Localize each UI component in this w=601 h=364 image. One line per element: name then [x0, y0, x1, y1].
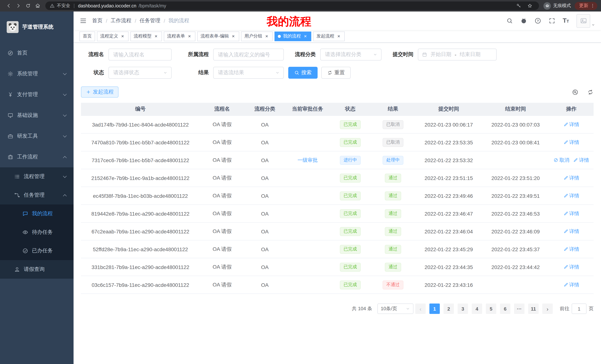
sidebar-item-9[interactable]: 待办任务: [0, 223, 74, 241]
status-tag: 已完成: [340, 227, 361, 236]
detail-link[interactable]: 详情: [563, 210, 579, 217]
sidebar-item-10[interactable]: 已办任务: [0, 241, 74, 260]
status-tag: 通过: [385, 209, 401, 218]
tags-view-item-2[interactable]: 流程模型×: [130, 31, 162, 41]
table-row: 52ffd28e-7b9a-11ec-a290-acde48001122OA 请…: [81, 240, 594, 258]
page-button-11[interactable]: 11: [528, 304, 539, 314]
cell-status: 已完成: [330, 240, 371, 258]
tags-view-item-6[interactable]: 我的流程×: [274, 31, 311, 41]
goto-page-input[interactable]: [572, 304, 587, 314]
breadcrumb-separator: /: [164, 18, 165, 24]
detail-link[interactable]: 详情: [563, 192, 579, 199]
tags-view-item-0[interactable]: 首页: [80, 31, 95, 41]
detail-link[interactable]: 详情: [563, 175, 579, 181]
bookmark-star-icon[interactable]: [525, 1, 534, 10]
cancel-link[interactable]: 取消: [553, 157, 570, 163]
fullscreen-icon[interactable]: [549, 18, 555, 24]
category-select[interactable]: 请选择流程分类: [320, 49, 381, 60]
detail-link[interactable]: 详情: [563, 228, 579, 235]
page-button-1[interactable]: 1: [429, 304, 440, 314]
tags-view-item-3[interactable]: 流程表单×: [164, 31, 195, 41]
detail-link[interactable]: 详情: [563, 121, 579, 128]
help-icon[interactable]: ?: [534, 18, 541, 24]
page-button-3[interactable]: 3: [458, 304, 468, 314]
close-icon[interactable]: ×: [303, 34, 308, 39]
sidebar-item-3[interactable]: 基础设施: [0, 105, 74, 126]
search-icon[interactable]: [506, 18, 513, 24]
sidebar-item-6[interactable]: 流程管理: [0, 167, 74, 186]
detail-link[interactable]: 详情: [563, 264, 579, 270]
avatar: [576, 14, 590, 28]
page-size-select[interactable]: 10条/页: [377, 304, 413, 314]
cell-current-task: [285, 223, 330, 240]
toggle-search-icon[interactable]: [572, 89, 578, 95]
tags-view-item-1[interactable]: 流程定义×: [97, 31, 129, 41]
status-select[interactable]: 请选择状态: [109, 67, 172, 79]
process-name-input[interactable]: [109, 49, 172, 60]
page-button-···[interactable]: ···: [514, 304, 524, 314]
detail-link[interactable]: 详情: [573, 157, 589, 163]
detail-link[interactable]: 详情: [563, 281, 579, 288]
screen: 不安全 dashboard.yudao.iocoder.cn/bpm/task/…: [0, 0, 601, 364]
breadcrumb-item[interactable]: 任务管理: [140, 18, 160, 24]
back-icon[interactable]: [4, 1, 13, 10]
breadcrumb-item[interactable]: 首页: [92, 18, 102, 24]
sidebar-item-7[interactable]: 任务管理: [0, 186, 74, 204]
sidebar-item-11[interactable]: 请假查询: [0, 260, 74, 279]
cell-result: 通过: [371, 223, 415, 240]
page-button-2[interactable]: 2: [443, 304, 454, 314]
app-logo[interactable]: 芋道管理系统: [0, 11, 74, 43]
detail-link[interactable]: 详情: [563, 246, 579, 252]
cell-status: 已完成: [330, 205, 371, 222]
browser-chrome: 不安全 dashboard.yudao.iocoder.cn/bpm/task/…: [0, 0, 601, 11]
task-link[interactable]: 一级审批: [298, 157, 318, 163]
page-button-6[interactable]: 6: [500, 304, 510, 314]
cell-process-name: OA 请假: [200, 258, 244, 276]
close-icon[interactable]: ×: [336, 34, 341, 39]
breadcrumb-item[interactable]: 工作流程: [111, 18, 131, 24]
reset-button[interactable]: 重置: [321, 67, 351, 79]
user-menu[interactable]: [576, 14, 595, 28]
goto-label: 前往: [560, 305, 570, 312]
close-icon[interactable]: ×: [120, 34, 125, 39]
reload-icon[interactable]: [23, 1, 33, 10]
next-page-button[interactable]: ›: [542, 304, 553, 314]
close-icon[interactable]: ×: [187, 34, 192, 39]
hamburger-icon[interactable]: [80, 17, 87, 25]
cell-process-name: OA 请假: [200, 276, 244, 294]
breadcrumb-separator: /: [106, 18, 107, 24]
browser-menu-dots-icon[interactable]: [589, 1, 596, 10]
sidebar-item-2[interactable]: 支付管理: [0, 84, 74, 105]
close-icon[interactable]: ×: [264, 34, 269, 39]
cell-id: 7470a810-7b9b-11ec-b5b7-acde48001122: [81, 134, 200, 151]
refresh-icon[interactable]: [587, 89, 594, 95]
tags-view-item-7[interactable]: 发起流程×: [313, 31, 345, 41]
detail-link[interactable]: 详情: [563, 139, 579, 146]
chevron-down-icon: [63, 92, 67, 96]
result-select[interactable]: 请选流结果: [213, 67, 284, 79]
home-icon[interactable]: [33, 1, 42, 10]
create-process-button[interactable]: 发起流程: [81, 86, 119, 98]
parent-process-input[interactable]: [213, 49, 284, 60]
page-button-4[interactable]: 4: [472, 304, 482, 314]
key-icon[interactable]: [514, 1, 523, 10]
prev-page-button[interactable]: ‹: [415, 304, 426, 314]
tags-view-item-4[interactable]: 流程表单-编辑×: [197, 31, 239, 41]
cell-id: ec45f38f-7b9a-11ec-b03b-acde48001122: [81, 187, 200, 204]
sidebar-item-0[interactable]: 首页: [0, 43, 74, 63]
page-button-5[interactable]: 5: [486, 304, 496, 314]
close-icon[interactable]: ×: [153, 34, 159, 39]
submit-time-range-picker[interactable]: 开始日期 - 结束日期: [418, 49, 497, 60]
sidebar-item-8[interactable]: 我的流程: [0, 204, 74, 223]
github-icon[interactable]: [521, 18, 527, 24]
forward-icon[interactable]: [13, 1, 23, 10]
sidebar-item-4[interactable]: 研发工具: [0, 126, 74, 147]
tags-view-item-5[interactable]: 用户分组×: [241, 31, 273, 41]
sidebar-item-5[interactable]: 工作流程: [0, 147, 74, 167]
address-bar[interactable]: 不安全 dashboard.yudao.iocoder.cn/bpm/task/…: [45, 1, 539, 10]
search-button[interactable]: 搜索: [288, 67, 318, 79]
font-size-icon[interactable]: TT: [563, 17, 569, 25]
update-button[interactable]: 更新: [575, 2, 597, 10]
sidebar-item-1[interactable]: 系统管理: [0, 63, 74, 84]
close-icon[interactable]: ×: [231, 34, 236, 39]
